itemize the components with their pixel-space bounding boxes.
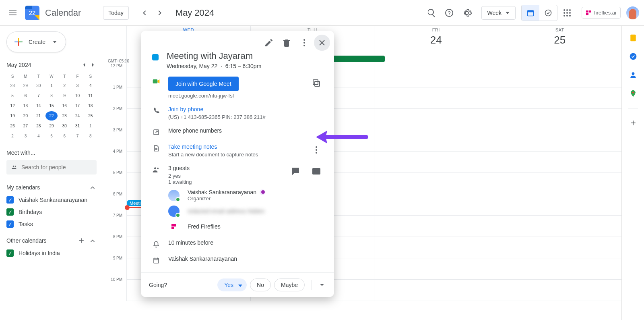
delete-icon[interactable] (279, 35, 295, 51)
minical-day[interactable]: 28 (6, 81, 19, 90)
minical-day[interactable]: 6 (19, 91, 31, 100)
minical-day[interactable]: 3 (19, 131, 31, 141)
my-calendars-title[interactable]: My calendars (6, 184, 89, 191)
minical-day[interactable]: 1 (45, 81, 58, 90)
edit-icon[interactable] (261, 35, 277, 51)
minical-day[interactable]: 2 (58, 81, 70, 90)
people-search-input[interactable] (21, 164, 92, 170)
create-button[interactable]: Create (6, 31, 66, 52)
minical-day[interactable]: 29 (45, 121, 58, 131)
minical-day[interactable]: 30 (58, 121, 70, 131)
minical-day[interactable]: 25 (85, 111, 97, 121)
search-icon[interactable] (423, 5, 440, 21)
minical-day[interactable]: 4 (33, 131, 45, 141)
minical-day[interactable]: 20 (19, 111, 31, 121)
hour-label: 3 PM (103, 128, 126, 132)
calendar-view-icon[interactable] (522, 5, 539, 21)
view-select[interactable]: Week (481, 6, 516, 20)
close-icon[interactable] (314, 35, 330, 51)
addons-icon[interactable] (629, 119, 637, 127)
minical-day[interactable]: 26 (6, 121, 19, 131)
tasks-view-icon[interactable] (539, 5, 557, 21)
minical-day[interactable]: 11 (85, 91, 97, 100)
minical-day[interactable]: 8 (45, 91, 58, 100)
settings-icon[interactable] (459, 5, 475, 21)
calendar-tasks-toggle[interactable] (521, 5, 557, 21)
minical-next[interactable] (89, 61, 97, 69)
email-guests-icon[interactable] (310, 165, 323, 178)
rsvp-no[interactable]: No (250, 278, 271, 291)
minical-prev[interactable] (80, 61, 88, 69)
more-options-icon[interactable] (296, 35, 312, 51)
minical-day[interactable]: 19 (6, 111, 19, 121)
take-notes-link[interactable]: Take meeting notes (168, 143, 302, 150)
minical-day[interactable]: 7 (71, 131, 83, 141)
minical-day[interactable]: 6 (58, 131, 70, 141)
people-search[interactable] (6, 160, 97, 175)
minical-day[interactable]: 24 (71, 111, 83, 121)
svg-point-12 (566, 15, 568, 17)
svg-point-34 (154, 167, 156, 169)
meet-with-title: Meet with... (6, 150, 97, 156)
minical-dow: W (45, 73, 58, 80)
keep-icon[interactable] (629, 34, 637, 42)
minical-day[interactable]: 5 (45, 131, 58, 141)
account-avatar[interactable] (626, 6, 639, 19)
minical-day[interactable]: 2 (6, 131, 19, 141)
minical-day[interactable]: 3 (71, 81, 83, 90)
expand-icon[interactable] (318, 281, 326, 289)
hour-label: 4 PM (103, 149, 126, 154)
minical-day[interactable]: 15 (45, 101, 58, 110)
minical-day[interactable]: 31 (71, 121, 83, 131)
main-menu-icon[interactable] (5, 5, 21, 21)
chevron-up-icon[interactable] (89, 237, 97, 245)
calendar-checkbox[interactable]: ✓Tasks (6, 220, 97, 228)
people-icon (11, 163, 17, 171)
minical-day[interactable]: 27 (19, 121, 31, 131)
help-icon[interactable]: ? (441, 5, 457, 21)
minical-day[interactable]: 10 (71, 91, 83, 100)
maps-icon[interactable] (629, 89, 637, 98)
calendar-checkbox[interactable]: ✓Holidays in India (6, 249, 97, 257)
chevron-up-icon[interactable] (89, 183, 97, 191)
rsvp-maybe[interactable]: Maybe (274, 278, 305, 291)
minical-day[interactable]: 21 (33, 111, 45, 121)
meet-url: meet.google.com/nfu-jrjw-fsf (168, 93, 302, 99)
calendar-checkbox[interactable]: ✓Birthdays (6, 208, 97, 216)
minical-day[interactable]: 13 (19, 101, 31, 110)
minical-day[interactable]: 29 (19, 81, 31, 90)
fireflies-extension-button[interactable]: fireflies.ai (582, 7, 621, 19)
minical-day[interactable]: 22 (45, 111, 58, 121)
today-button[interactable]: Today (103, 6, 128, 20)
other-calendars-title[interactable]: Other calendars (6, 237, 77, 244)
google-apps-icon[interactable] (559, 5, 575, 21)
join-meet-button[interactable]: Join with Google Meet (168, 77, 239, 91)
minical-day[interactable]: 18 (85, 101, 97, 110)
prev-period-button[interactable] (136, 5, 152, 21)
add-calendar-icon[interactable] (77, 237, 85, 245)
minical-day[interactable]: 16 (58, 101, 70, 110)
minical-day[interactable]: 23 (58, 111, 70, 121)
contacts-icon[interactable] (629, 71, 637, 79)
minical-day[interactable]: 14 (33, 101, 45, 110)
minical-day[interactable]: 9 (58, 91, 70, 100)
join-phone-link[interactable]: Join by phone (168, 106, 266, 112)
minical-day[interactable]: 12 (6, 101, 19, 110)
chat-guests-icon[interactable] (289, 165, 302, 178)
minical-day[interactable]: 28 (33, 121, 45, 131)
svg-rect-16 (14, 42, 18, 42)
minical-day[interactable]: 17 (71, 101, 83, 110)
rsvp-yes-more[interactable] (234, 278, 247, 291)
copy-meet-link-icon[interactable] (310, 77, 323, 89)
next-period-button[interactable] (152, 5, 168, 21)
minical-day[interactable]: 4 (85, 81, 97, 90)
calendar-checkbox[interactable]: ✓Vaishak Sankaranarayanan (6, 196, 97, 204)
minical-day[interactable]: 30 (33, 81, 45, 90)
minical-day[interactable]: 1 (85, 121, 97, 131)
more-phones[interactable]: More phone numbers (168, 127, 222, 134)
minical-day[interactable]: 8 (85, 131, 97, 141)
hour-label: 7 PM (103, 213, 126, 218)
minical-day[interactable]: 5 (6, 91, 19, 100)
tasks-icon[interactable] (629, 52, 637, 60)
minical-day[interactable]: 7 (33, 91, 45, 100)
